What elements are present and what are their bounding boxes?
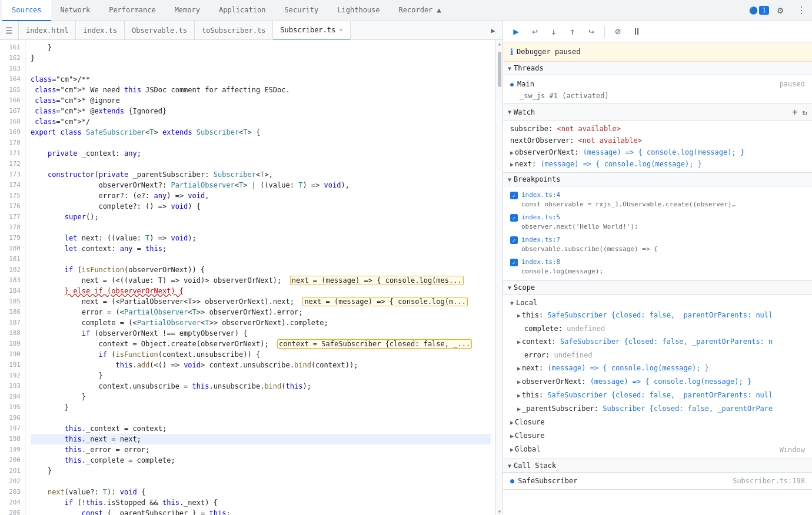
watch-add-btn[interactable]: + bbox=[792, 106, 798, 118]
code-line: class="cm">*/ bbox=[31, 116, 491, 127]
tab-performance[interactable]: Performance bbox=[99, 0, 165, 21]
tab-memory[interactable]: Memory bbox=[165, 0, 209, 21]
line-number: 188 bbox=[2, 328, 21, 339]
scope-observernext[interactable]: ▶observerOrNext: (message) => { console.… bbox=[503, 375, 812, 389]
scope-arrow-3: ▶ bbox=[517, 365, 521, 372]
pause-on-exceptions-btn[interactable]: ⏸ bbox=[628, 24, 645, 40]
tab-sources[interactable]: Sources bbox=[2, 0, 51, 21]
deactivate-breakpoints-btn[interactable]: ⊘ bbox=[610, 24, 626, 40]
scope-local-triangle: ▼ bbox=[510, 300, 514, 306]
scope-arrow-1: ▶ bbox=[517, 312, 521, 319]
file-tab-subscriber-ts[interactable]: Subscriber.ts ✕ bbox=[273, 21, 351, 40]
threads-content: ● Main paused _sw_js #1 (activated) bbox=[503, 75, 812, 103]
tab-application[interactable]: Application bbox=[209, 0, 275, 21]
right-panel-scroll[interactable]: ℹ Debugger paused ▼ Threads ● Main pause… bbox=[503, 42, 812, 515]
scope-closure-1[interactable]: ▶Closure bbox=[503, 416, 812, 429]
code-line: let next: ((value: T) => void); bbox=[31, 233, 491, 243]
breakpoint-code-4: console.log(message); bbox=[521, 267, 603, 276]
vertical-scrollbar[interactable]: ▲ ▼ bbox=[495, 40, 502, 515]
code-line: class="cm">* @extends {Ignored} bbox=[31, 106, 491, 116]
code-line: this.add(<() => void> context.unsubscrib… bbox=[31, 360, 491, 370]
step-into-btn[interactable]: ↓ bbox=[545, 24, 562, 40]
notification-badge-btn[interactable]: 🔵 1 bbox=[751, 2, 767, 19]
callstack-content: ● SafeSubscriber Subscriber.ts:198 bbox=[503, 473, 812, 489]
line-number: 175 bbox=[2, 190, 21, 201]
code-line: complete?: () => void) { bbox=[31, 201, 491, 212]
thread-main[interactable]: ● Main paused bbox=[503, 78, 812, 91]
line-number: 204 bbox=[2, 497, 21, 508]
close-tab-icon[interactable]: ✕ bbox=[339, 26, 343, 34]
watch-item-subscribe: subscribe: <not available> bbox=[503, 123, 812, 135]
step-btn[interactable]: ↪ bbox=[583, 24, 600, 40]
watch-triangle: ▼ bbox=[508, 109, 511, 115]
scroll-down-arrow[interactable]: ▼ bbox=[496, 508, 502, 515]
code-line: } bbox=[31, 392, 491, 402]
scope-header[interactable]: ▼ Scope bbox=[503, 281, 812, 295]
top-tab-right-actions: 🔵 1 ⚙ ⋮ bbox=[751, 2, 810, 19]
breakpoint-checkbox-3[interactable]: ✓ bbox=[510, 236, 518, 244]
thread-bullet-icon: ● bbox=[510, 81, 514, 88]
scroll-up-arrow[interactable]: ▲ bbox=[496, 40, 502, 47]
breakpoint-row-1[interactable]: ✓ index.ts:4 const observable = rxjs_1.O… bbox=[503, 189, 812, 211]
more-icon[interactable]: ⋮ bbox=[793, 2, 810, 19]
code-line: if (isFunction(context.unsubscribe)) { bbox=[31, 349, 491, 360]
code-editor[interactable]: 1611621631641651661671681691701711721731… bbox=[0, 40, 502, 515]
scroll-thumb[interactable] bbox=[498, 52, 501, 87]
tab-lighthouse[interactable]: Lighthouse bbox=[328, 0, 389, 21]
sidebar-toggle-btn[interactable]: ☰ bbox=[0, 21, 19, 40]
callstack-section: ▼ Call Stack ● SafeSubscriber Subscriber… bbox=[503, 459, 812, 490]
code-line: constructor(private _parentSubscriber: S… bbox=[31, 169, 491, 180]
watch-item-next[interactable]: ▶next: (message) => { console.log(messag… bbox=[503, 158, 812, 170]
scope-this-1[interactable]: ▶this: SafeSubscriber {closed: false, _p… bbox=[503, 309, 812, 322]
scope-parentsubscriber[interactable]: ▶_parentSubscriber: Subscriber {closed: … bbox=[503, 402, 812, 416]
debugger-toolbar: ▶ ↩ ↓ ↑ ↪ ⊘ ⏸ bbox=[503, 21, 812, 42]
left-panel: ☰ index.html index.ts Observable.ts toSu… bbox=[0, 21, 503, 515]
breakpoint-row-3[interactable]: ✓ index.ts:7 observable.subscribe((messa… bbox=[503, 233, 812, 256]
watch-item-observernext[interactable]: ▶observerOrNext: (message) => { console.… bbox=[503, 146, 812, 158]
watch-header[interactable]: ▼ Watch + ↻ bbox=[503, 104, 812, 121]
thread-sw[interactable]: _sw_js #1 (activated) bbox=[503, 91, 812, 101]
scope-error: error: undefined bbox=[503, 349, 812, 362]
breakpoints-header[interactable]: ▼ Breakpoints bbox=[503, 173, 812, 186]
line-number: 171 bbox=[2, 148, 21, 159]
scope-closure-2[interactable]: ▶Closure bbox=[503, 429, 812, 443]
file-tab-tosubscriber-ts[interactable]: toSubscriber.ts bbox=[195, 21, 273, 40]
line-number: 198 bbox=[2, 434, 21, 444]
line-number: 202 bbox=[2, 476, 21, 487]
breakpoint-row-2[interactable]: ✓ index.ts:5 observer.next('Hello World!… bbox=[503, 211, 812, 233]
line-number: 168 bbox=[2, 116, 21, 127]
scope-next[interactable]: ▶next: (message) => { console.log(messag… bbox=[503, 362, 812, 375]
breakpoint-row-4[interactable]: ✓ index.ts:8 console.log(message); bbox=[503, 256, 812, 278]
code-line bbox=[31, 476, 491, 487]
file-tabs-overflow-arrow[interactable]: ▶ bbox=[484, 21, 502, 40]
code-line: next = (<PartialObserver<T>> observerOrN… bbox=[31, 296, 491, 307]
breakpoint-checkbox-4[interactable]: ✓ bbox=[510, 259, 518, 266]
breakpoint-checkbox-2[interactable]: ✓ bbox=[510, 214, 518, 222]
breakpoint-loc-2: index.ts:5 bbox=[521, 213, 638, 222]
callstack-header[interactable]: ▼ Call Stack bbox=[503, 459, 812, 473]
tab-recorder[interactable]: Recorder ▲ bbox=[390, 0, 451, 21]
file-tab-index-html[interactable]: index.html bbox=[19, 21, 76, 40]
breakpoint-checkbox-1[interactable]: ✓ bbox=[510, 192, 518, 199]
code-line: this._next = next; bbox=[31, 434, 491, 444]
scope-global[interactable]: ▶Global Window bbox=[503, 443, 812, 456]
tab-security[interactable]: Security bbox=[275, 0, 328, 21]
watch-section: ▼ Watch + ↻ subscribe: <not available> n… bbox=[503, 104, 812, 173]
scope-this-2[interactable]: ▶this: SafeSubscriber {closed: false, _p… bbox=[503, 389, 812, 402]
scope-local-group[interactable]: ▼Local bbox=[503, 297, 812, 309]
code-line: if (!this.isStopped && this._next) { bbox=[31, 497, 491, 508]
file-tab-observable-ts[interactable]: Observable.ts bbox=[125, 21, 195, 40]
breakpoints-content: ✓ index.ts:4 const observable = rxjs_1.O… bbox=[503, 186, 812, 280]
callstack-item-1[interactable]: ● SafeSubscriber Subscriber.ts:198 bbox=[503, 475, 812, 487]
watch-refresh-btn[interactable]: ↻ bbox=[803, 108, 807, 117]
resume-btn[interactable]: ▶ bbox=[508, 24, 524, 40]
settings-icon[interactable]: ⚙ bbox=[772, 2, 788, 19]
line-number: 201 bbox=[2, 466, 21, 476]
step-out-btn[interactable]: ↑ bbox=[564, 24, 581, 40]
scope-context[interactable]: ▶context: SafeSubscriber {closed: false,… bbox=[503, 335, 812, 349]
file-tab-index-ts[interactable]: index.ts bbox=[76, 21, 125, 40]
step-over-btn[interactable]: ↩ bbox=[527, 24, 543, 40]
threads-header[interactable]: ▼ Threads bbox=[503, 62, 812, 75]
info-icon: ℹ bbox=[510, 47, 513, 56]
tab-network[interactable]: Network bbox=[51, 0, 100, 21]
